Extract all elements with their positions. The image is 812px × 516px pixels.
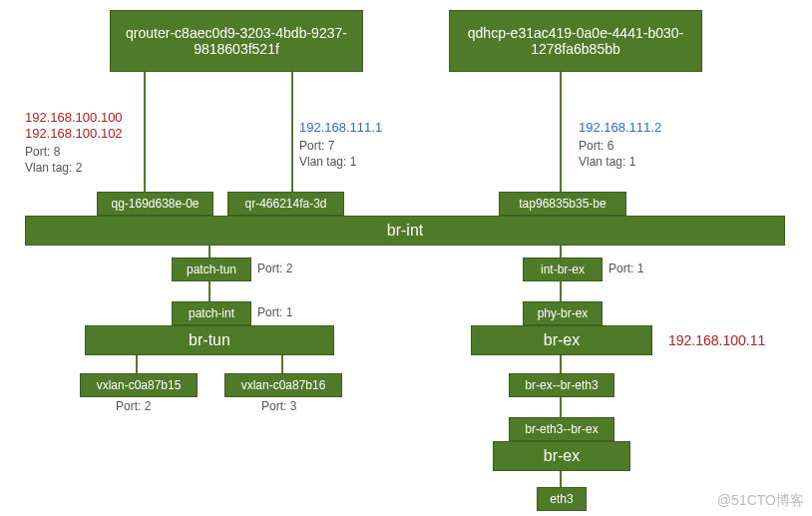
mid-port: Port: 7 bbox=[299, 139, 334, 153]
right-port: Port: 6 bbox=[579, 139, 613, 153]
br-ex2-box: br-ex bbox=[493, 441, 630, 471]
patch-int-box: patch-int bbox=[172, 301, 251, 325]
qrouter-label: qrouter-c8aec0d9-3203-4bdb-9237-9818603f… bbox=[117, 25, 356, 57]
qdhcp-box: qdhcp-e31ac419-0a0e-4441-b030-1278fa6b85… bbox=[449, 10, 702, 72]
mid-ip: 192.168.111.1 bbox=[299, 120, 382, 135]
left-vlan: Vlan tag: 2 bbox=[25, 161, 82, 175]
left-ip2: 192.168.100.102 bbox=[25, 126, 123, 141]
brex-breth3-box: br-ex--br-eth3 bbox=[509, 373, 614, 397]
qdhcp-label: qdhcp-e31ac419-0a0e-4441-b030-1278fa6b85… bbox=[456, 25, 695, 57]
watermark: @51CTO博客 bbox=[717, 492, 804, 510]
tap-port-box: tap96835b35-be bbox=[499, 192, 626, 216]
patch-tun-port: Port: 2 bbox=[257, 261, 292, 275]
vxlan2-port: Port: 3 bbox=[261, 399, 296, 413]
right-vlan: Vlan tag: 1 bbox=[579, 155, 635, 169]
qrouter-box: qrouter-c8aec0d9-3203-4bdb-9237-9818603f… bbox=[110, 10, 363, 72]
eth3-box: eth3 bbox=[537, 487, 587, 511]
int-br-ex-port: Port: 1 bbox=[609, 261, 643, 275]
right-ip: 192.168.111.2 bbox=[579, 120, 661, 135]
vxlan1-port: Port: 2 bbox=[116, 399, 151, 413]
connector-lines bbox=[0, 0, 812, 516]
patch-int-port: Port: 1 bbox=[257, 305, 292, 319]
br-ex-ip: 192.168.100.11 bbox=[668, 332, 765, 348]
br-tun-box: br-tun bbox=[85, 325, 334, 355]
patch-tun-box: patch-tun bbox=[172, 258, 251, 281]
mid-vlan: Vlan tag: 1 bbox=[299, 155, 356, 169]
vxlan1-box: vxlan-c0a87b15 bbox=[80, 373, 198, 397]
br-ex-box: br-ex bbox=[471, 325, 652, 355]
br-int-box: br-int bbox=[25, 216, 785, 246]
left-ip1: 192.168.100.100 bbox=[25, 110, 123, 125]
int-br-ex-box: int-br-ex bbox=[523, 258, 603, 281]
qg-port-box: qg-169d638e-0e bbox=[97, 192, 213, 216]
breth3-brex-box: br-eth3--br-ex bbox=[509, 417, 614, 441]
phy-br-ex-box: phy-br-ex bbox=[523, 301, 603, 325]
vxlan2-box: vxlan-c0a87b16 bbox=[224, 373, 342, 397]
left-port: Port: 8 bbox=[25, 145, 60, 159]
qr-port-box: qr-466214fa-3d bbox=[227, 192, 344, 216]
